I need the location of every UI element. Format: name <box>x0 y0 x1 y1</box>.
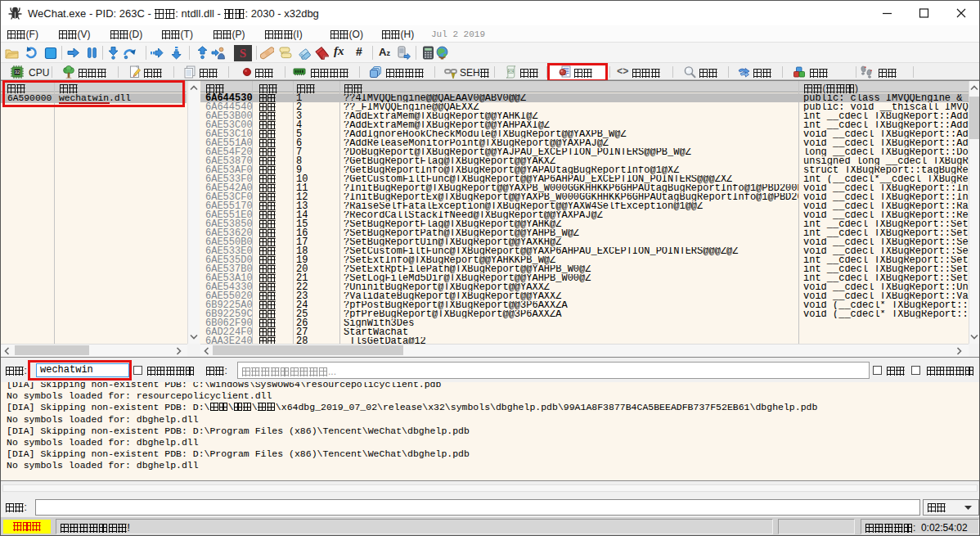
svg-text:!: ! <box>452 73 454 78</box>
svg-text:32: 32 <box>15 70 20 74</box>
svg-text:<>: <> <box>508 69 514 74</box>
